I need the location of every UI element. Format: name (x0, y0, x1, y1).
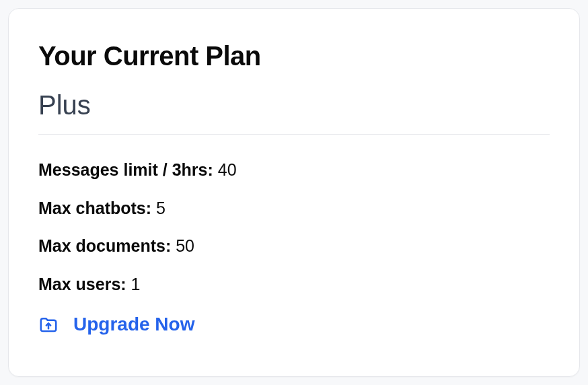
messages-limit-label: Messages limit / 3hrs: (38, 160, 213, 179)
max-users-row: Max users: 1 (38, 273, 550, 295)
max-chatbots-label: Max chatbots: (38, 199, 151, 217)
card-title: Your Current Plan (38, 41, 550, 71)
upgrade-label: Upgrade Now (73, 314, 194, 335)
plan-card: Your Current Plan Plus Messages limit / … (8, 8, 580, 377)
upgrade-icon (38, 314, 59, 335)
max-users-label: Max users: (38, 275, 126, 293)
plan-name: Plus (38, 90, 550, 120)
max-documents-value: 50 (176, 236, 194, 255)
max-chatbots-value: 5 (156, 199, 166, 217)
max-documents-row: Max documents: 50 (38, 235, 550, 257)
upgrade-button[interactable]: Upgrade Now (38, 314, 550, 335)
max-documents-label: Max documents: (38, 236, 171, 255)
divider (38, 134, 550, 135)
messages-limit-value: 40 (218, 160, 237, 179)
max-users-value: 1 (131, 275, 141, 293)
max-chatbots-row: Max chatbots: 5 (38, 197, 550, 219)
messages-limit-row: Messages limit / 3hrs: 40 (38, 159, 550, 181)
